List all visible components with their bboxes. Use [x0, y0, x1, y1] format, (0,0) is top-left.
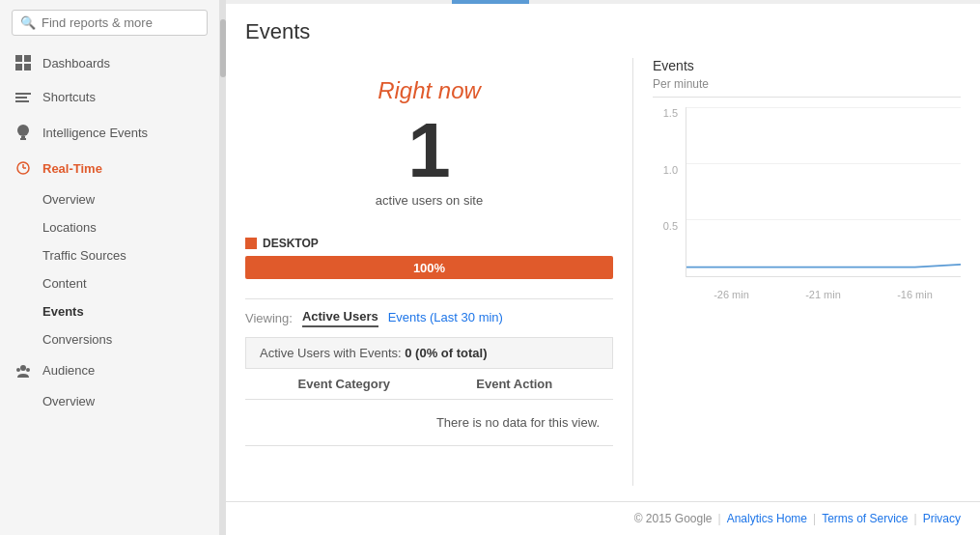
sub-nav-overview[interactable]: Overview	[0, 185, 219, 213]
shortcuts-label: Shortcuts	[42, 90, 96, 104]
svg-point-13	[20, 365, 26, 371]
no-data-row: There is no data for this view.	[245, 400, 613, 446]
chart-subtitle: Per minute	[653, 77, 961, 98]
sidebar-item-real-time[interactable]: Real-Time	[0, 151, 219, 185]
viewing-section: Viewing: Active Users Events (Last 30 mi…	[245, 298, 613, 446]
shortcuts-icon	[14, 93, 33, 102]
svg-rect-0	[15, 55, 22, 62]
page-title: Events	[245, 19, 961, 44]
chart-plot	[686, 107, 961, 277]
device-color-box	[245, 238, 257, 249]
table-header: Event Category Event Action	[245, 369, 613, 400]
audience-label: Audience	[42, 363, 95, 378]
viewing-label: Viewing:	[245, 311, 293, 325]
device-label: DESKTOP	[245, 237, 613, 250]
col-event-action: Event Action	[430, 377, 601, 391]
chart-area: 1.5 1.0 0.5 -2	[653, 107, 961, 300]
top-scroll-indicator	[226, 0, 980, 4]
svg-rect-3	[24, 64, 31, 70]
right-now-section: Right now 1 active users on site	[245, 58, 613, 237]
x-label-21min: -21 min	[805, 289, 841, 300]
chart-title: Events	[653, 58, 961, 73]
dashboards-label: Dashboards	[42, 56, 110, 70]
search-icon: 🔍	[20, 15, 36, 30]
sub-nav-content[interactable]: Content	[0, 269, 219, 297]
left-panel: Right now 1 active users on site DESKTOP…	[245, 58, 632, 486]
progress-percent: 100%	[413, 261, 445, 275]
x-label-26min: -26 min	[714, 289, 749, 300]
realtime-icon	[14, 160, 33, 176]
search-box[interactable]: 🔍	[12, 10, 208, 36]
intelligence-icon	[14, 124, 33, 141]
sidebar-item-intelligence-events[interactable]: Intelligence Events	[0, 114, 219, 151]
active-users-info-text: Active Users with Events: 0 (0% of total…	[260, 346, 488, 360]
device-name: DESKTOP	[263, 237, 319, 250]
right-now-label: Right now	[245, 77, 613, 104]
device-section: DESKTOP 100%	[245, 237, 613, 279]
chart-line-svg	[686, 107, 961, 268]
progress-bar-container: 100%	[245, 256, 613, 279]
col-event-category: Event Category	[259, 377, 430, 391]
y-label-0.5: 0.5	[663, 220, 678, 232]
sub-nav-locations[interactable]: Locations	[0, 213, 219, 241]
sub-nav-audience-overview[interactable]: Overview	[0, 387, 219, 415]
y-label-1.5: 1.5	[663, 107, 678, 119]
real-time-label: Real-Time	[42, 161, 102, 176]
progress-bar-fill: 100%	[245, 256, 613, 279]
footer-privacy[interactable]: Privacy	[923, 512, 961, 525]
big-number: 1	[245, 112, 613, 189]
tab-events-30min[interactable]: Events (Last 30 min)	[388, 310, 503, 326]
content-area: Events Right now 1 active users on site …	[226, 4, 980, 501]
x-label-16min: -16 min	[897, 289, 933, 300]
sidebar-item-audience[interactable]: Audience	[0, 353, 219, 387]
svg-point-7	[17, 125, 29, 136]
footer-copyright: © 2015 Google	[634, 512, 713, 525]
chart-y-labels: 1.5 1.0 0.5	[653, 107, 682, 277]
sidebar-item-shortcuts[interactable]: Shortcuts	[0, 80, 219, 114]
viewing-row: Viewing: Active Users Events (Last 30 mi…	[245, 309, 613, 327]
footer-analytics-home[interactable]: Analytics Home	[727, 512, 807, 525]
svg-rect-5	[15, 97, 27, 99]
intelligence-events-label: Intelligence Events	[42, 126, 148, 140]
audience-icon	[14, 364, 33, 378]
svg-rect-2	[15, 64, 22, 70]
svg-rect-4	[15, 93, 31, 95]
chart-x-labels: -26 min -21 min -16 min	[686, 289, 961, 300]
svg-rect-1	[24, 55, 31, 62]
tab-active-users[interactable]: Active Users	[302, 309, 378, 327]
sub-nav-traffic-sources[interactable]: Traffic Sources	[0, 241, 219, 269]
svg-rect-6	[15, 100, 29, 102]
svg-rect-8	[21, 136, 25, 138]
svg-point-15	[26, 368, 30, 372]
main-content: Events Right now 1 active users on site …	[226, 0, 980, 535]
footer: © 2015 Google | Analytics Home | Terms o…	[226, 501, 980, 535]
svg-rect-9	[20, 138, 26, 140]
sub-nav-events[interactable]: Events	[0, 297, 219, 325]
table-section: Event Category Event Action There is no …	[245, 369, 613, 446]
sidebar-item-dashboards[interactable]: Dashboards	[0, 45, 219, 80]
main-body: Right now 1 active users on site DESKTOP…	[245, 58, 961, 486]
active-users-text: active users on site	[245, 193, 613, 208]
right-panel: Events Per minute 1.5 1.0 0.5	[632, 58, 961, 486]
active-users-info: Active Users with Events: 0 (0% of total…	[245, 337, 613, 369]
dashboards-icon	[14, 55, 33, 70]
footer-terms[interactable]: Terms of Service	[822, 512, 908, 525]
sidebar: 🔍 Dashboards Shortcuts Intelligence Even…	[0, 0, 220, 535]
svg-point-14	[16, 368, 20, 372]
y-label-1.0: 1.0	[663, 164, 678, 176]
search-input[interactable]	[42, 15, 199, 30]
sub-nav-conversions[interactable]: Conversions	[0, 325, 219, 353]
